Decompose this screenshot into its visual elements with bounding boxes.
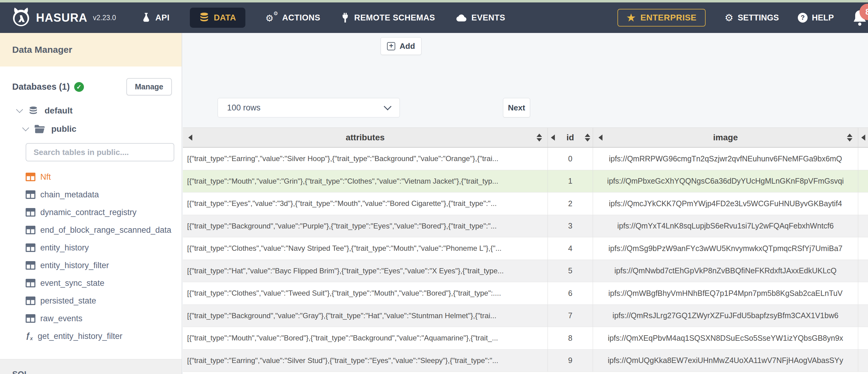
cell-image[interactable]: ipfs://QmPbxeGcXhYQQNgsC6a36dDyYUcHgMLnG… (593, 170, 858, 192)
chevron-down-icon[interactable] (16, 106, 23, 113)
enterprise-button[interactable]: ★ ENTERPRISE (617, 9, 706, 27)
table-icon (26, 261, 35, 270)
cell-id[interactable]: 3 (548, 215, 593, 237)
table-row-7[interactable]: [{"trait_type":"Background","value":"Gra… (183, 305, 868, 327)
nav-item-label: REMOTE SCHEMAS (354, 13, 435, 23)
schema-name[interactable]: public (51, 124, 76, 134)
tree-item-schema[interactable]: public (23, 124, 182, 134)
collapse-column-icon[interactable] (551, 134, 555, 141)
sidebar-table-get_entity_history_filter[interactable]: ƒxget_entity_history_filter (0, 327, 182, 345)
add-row-button[interactable]: Add (380, 37, 422, 55)
cell-attributes[interactable]: [{"trait_type":"Clothes","value":"Navy S… (183, 237, 548, 259)
table-row-9[interactable]: [{"trait_type":"Earring","value":"Silver… (183, 350, 868, 372)
cell-image[interactable]: ipfs://QmRRPWG96cmgTn2qSzjwr2qvfNEuhunv6… (593, 148, 858, 170)
table-row-8[interactable]: [{"trait_type":"Mouth","value":"Bored"},… (183, 327, 868, 350)
cell-id[interactable]: 9 (548, 350, 593, 372)
sidebar-table-dynamic_contract_registry[interactable]: dynamic_contract_registry (0, 204, 182, 221)
sql-link[interactable]: SQL (12, 370, 182, 374)
nav-item-remote-schemas[interactable]: REMOTE SCHEMAS (341, 12, 435, 23)
cell-id[interactable]: 1 (548, 170, 593, 192)
nav-item-data[interactable]: DATA (190, 8, 245, 28)
sidebar-table-entity_history[interactable]: entity_history (0, 239, 182, 256)
column-header-id[interactable]: id (548, 128, 593, 147)
next-page-button[interactable]: Next (503, 98, 530, 118)
database-name[interactable]: default (44, 106, 73, 116)
table-row-2[interactable]: [{"trait_type":"Eyes","value":"3d"},{"tr… (183, 192, 868, 215)
cell-clipped[interactable] (858, 260, 868, 282)
cell-image[interactable]: ipfs://QmYxT4LnK8sqLupjbS6eRvu1si7Ly2wFQ… (593, 215, 858, 237)
cell-image[interactable]: ipfs://QmUQgKka8EW7exiUHnMwZ4UoXA11wV7NF… (593, 350, 858, 372)
cell-clipped[interactable] (858, 170, 868, 192)
cell-clipped[interactable] (858, 305, 868, 327)
table-row-3[interactable]: [{"trait_type":"Background","value":"Pur… (183, 215, 868, 238)
collapse-column-icon[interactable] (861, 134, 865, 141)
cell-id[interactable]: 7 (548, 305, 593, 327)
cell-id[interactable]: 5 (548, 260, 593, 282)
cell-image[interactable]: ipfs://QmSg9bPzW9anFYc3wWU5KnvymwkxQTpmq… (593, 237, 858, 259)
cell-clipped[interactable] (858, 327, 868, 349)
table-row-1[interactable]: [{"trait_type":"Mouth","value":"Grin"},{… (183, 170, 868, 193)
cell-clipped[interactable] (858, 350, 868, 372)
table-name: end_of_block_range_scanned_data (40, 225, 171, 235)
cell-attributes[interactable]: [{"trait_type":"Earring","value":"Silver… (183, 350, 548, 372)
sort-icon[interactable] (536, 134, 542, 142)
sidebar-table-persisted_state[interactable]: persisted_state (0, 292, 182, 310)
notifications-button[interactable]: 8 (851, 8, 868, 27)
collapse-column-icon[interactable] (598, 134, 602, 141)
cell-image[interactable]: ipfs://QmXEqPbvM4aq1SQSXN8DSuEcSo5SseYW1… (593, 327, 858, 349)
cell-attributes[interactable]: [{"trait_type":"Hat","value":"Bayc Flipp… (183, 260, 548, 282)
sort-icon[interactable] (847, 134, 852, 142)
cell-image[interactable]: ipfs://QmRsJLrg27GQ1ZWyrXZFuJFdU5bapfzsy… (593, 305, 858, 327)
cell-id[interactable]: 8 (548, 327, 593, 349)
rows-per-page-select[interactable]: 100 rows (218, 98, 400, 118)
cell-attributes[interactable]: [{"trait_type":"Clothes","value":"Tweed … (183, 282, 548, 305)
flask-icon (142, 12, 151, 23)
cell-clipped[interactable] (858, 237, 868, 259)
sidebar-table-raw_events[interactable]: raw_events (0, 310, 182, 327)
sidebar-table-end_of_block_range_scanned_data[interactable]: end_of_block_range_scanned_data (0, 221, 182, 239)
cell-clipped[interactable] (858, 215, 868, 237)
table-row-0[interactable]: [{"trait_type":"Earring","value":"Silver… (183, 148, 868, 170)
cell-attributes[interactable]: [{"trait_type":"Earring","value":"Silver… (183, 148, 548, 170)
cell-clipped[interactable] (858, 192, 868, 215)
sidebar-table-chain_metadata[interactable]: chain_metadata (0, 186, 182, 204)
cell-clipped[interactable] (858, 148, 868, 170)
cell-attributes[interactable]: [{"trait_type":"Eyes","value":"3d"},{"tr… (183, 192, 548, 215)
help-button[interactable]: ? HELP (798, 13, 834, 23)
manage-button[interactable]: Manage (126, 78, 172, 95)
nav-item-actions[interactable]: ⚙⚙ACTIONS (266, 12, 320, 23)
chevron-down-icon (384, 102, 391, 110)
cell-image[interactable]: ipfs://QmNwbd7ctEhGpVkP8nZvBBQfiNeFKRdxf… (593, 260, 858, 282)
nav-item-api[interactable]: API (142, 12, 170, 23)
cell-image[interactable]: ipfs://QmWBgfBhyVmHNhBfEQ7p1P4Mpn7pm5b8K… (593, 282, 858, 305)
chevron-down-icon[interactable] (22, 124, 29, 131)
table-row-6[interactable]: [{"trait_type":"Clothes","value":"Tweed … (183, 282, 868, 305)
cell-id[interactable]: 6 (548, 282, 593, 305)
cell-image[interactable]: ipfs://QmcJYkCKK7QPmYWjp4FD2e3Lv5WCGFuHN… (593, 192, 858, 215)
column-header-clipped[interactable] (858, 128, 868, 147)
cell-clipped[interactable] (858, 282, 868, 305)
cell-id[interactable]: 4 (548, 237, 593, 259)
cell-attributes[interactable]: [{"trait_type":"Mouth","value":"Grin"},{… (183, 170, 548, 192)
cell-attributes[interactable]: [{"trait_type":"Mouth","value":"Bored"},… (183, 327, 548, 349)
cloud-icon (455, 13, 467, 22)
cell-attributes[interactable]: [{"trait_type":"Background","value":"Pur… (183, 215, 548, 237)
collapse-column-icon[interactable] (188, 134, 192, 141)
column-header-image[interactable]: image (593, 128, 858, 147)
column-header-attributes[interactable]: attributes (183, 128, 548, 147)
sidebar-table-Nft[interactable]: Nft (0, 168, 182, 186)
rows-select-value: 100 rows (227, 103, 261, 113)
cell-id[interactable]: 0 (548, 148, 593, 170)
sidebar-table-event_sync_state[interactable]: event_sync_state (0, 274, 182, 292)
cell-attributes[interactable]: [{"trait_type":"Background","value":"Gra… (183, 305, 548, 327)
search-input[interactable] (26, 143, 174, 161)
sidebar-table-entity_history_filter[interactable]: entity_history_filter (0, 256, 182, 274)
hasura-logo[interactable]: HASURA v2.23.0 (11, 7, 116, 29)
tree-item-database[interactable]: default (17, 106, 182, 116)
nav-item-events[interactable]: EVENTS (455, 13, 505, 23)
sort-icon[interactable] (585, 134, 590, 142)
cell-id[interactable]: 2 (548, 192, 593, 215)
table-row-4[interactable]: [{"trait_type":"Clothes","value":"Navy S… (183, 237, 868, 260)
settings-button[interactable]: ⚙ SETTINGS (724, 13, 779, 23)
table-row-5[interactable]: [{"trait_type":"Hat","value":"Bayc Flipp… (183, 260, 868, 282)
